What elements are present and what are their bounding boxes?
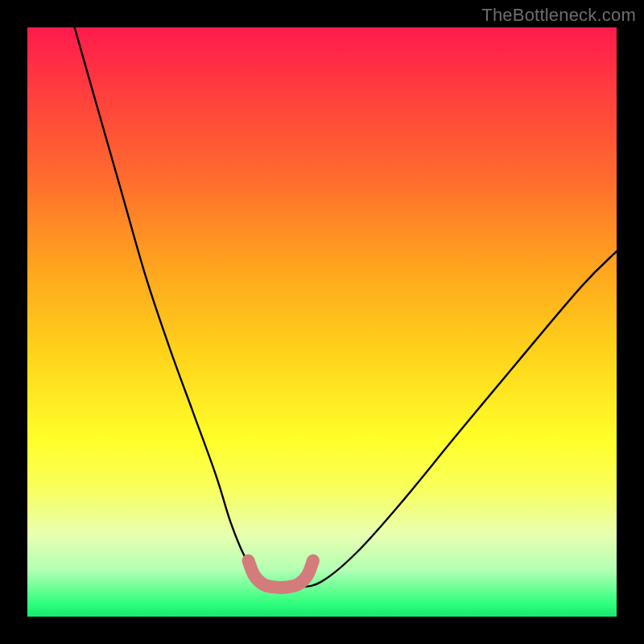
plot-area	[27, 27, 617, 617]
bottleneck-curve-path	[75, 27, 617, 588]
watermark-text: TheBottleneck.com	[481, 5, 636, 26]
chart-frame: TheBottleneck.com	[0, 0, 644, 644]
optimal-zone-marker-path	[249, 561, 314, 588]
chart-svg	[27, 27, 617, 617]
